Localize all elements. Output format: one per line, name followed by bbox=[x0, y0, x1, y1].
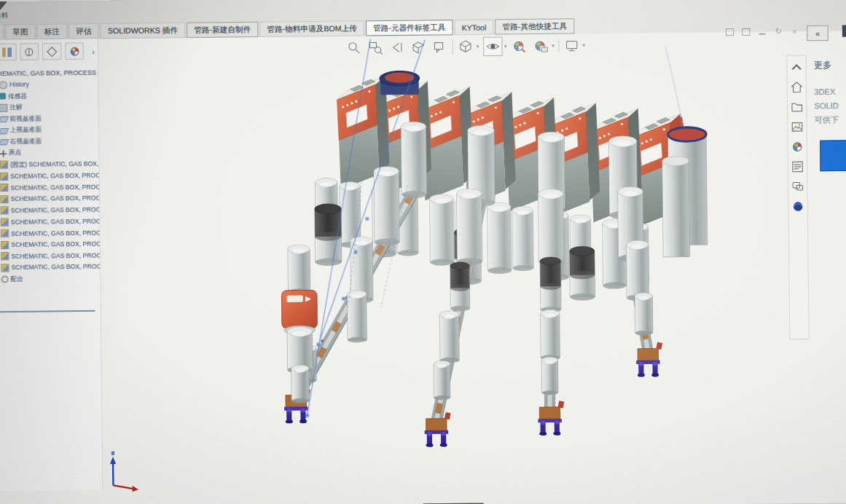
photographed-screen: 物料 布局草图标注评估SOLIDWORKS 插件管路-新建自制件管路-物料申请及… bbox=[0, 0, 846, 504]
3d-assembly-model bbox=[0, 0, 846, 504]
